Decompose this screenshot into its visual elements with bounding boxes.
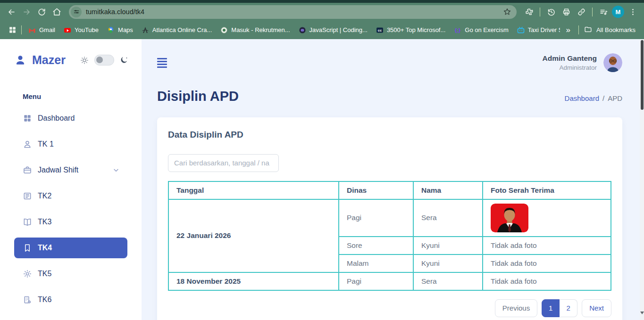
menu-kebab-icon[interactable] xyxy=(626,5,639,18)
sidebar-item-tk6[interactable]: TK6 xyxy=(14,289,127,310)
home-icon[interactable] xyxy=(50,5,63,18)
sidebar-item-label: TK5 xyxy=(38,270,51,278)
breadcrumb-dashboard-link[interactable]: Dashboard xyxy=(565,94,599,102)
link-icon[interactable] xyxy=(575,5,588,18)
bookmarks-list: GmailYouTubeMapsAtlantica Online Cra...M… xyxy=(24,25,560,36)
reload-icon[interactable] xyxy=(35,5,48,18)
page-scrollbar[interactable] xyxy=(640,39,644,320)
bookmark-label: Gmail xyxy=(39,26,55,33)
bookmarks-overflow-chevron[interactable]: » xyxy=(560,25,576,35)
sidebar-item-jadwal-shift[interactable]: Jadwal Shift xyxy=(14,160,127,181)
table-header-row: TanggalDinasNamaFoto Serah Terima xyxy=(168,181,611,199)
sidebar-item-label: Dashboard xyxy=(38,114,75,123)
chevron-down-icon xyxy=(112,166,120,174)
cell-nama: Kyuni xyxy=(413,254,483,272)
pagination-page-1[interactable]: 1 xyxy=(542,299,560,317)
theme-toggle[interactable] xyxy=(94,55,114,66)
sidebar-item-dashboard[interactable]: Dashboard xyxy=(14,108,127,129)
bookmarks-separator xyxy=(21,25,22,34)
sidebar-item-tk5[interactable]: TK5 xyxy=(14,263,127,284)
bookmark-item[interactable]: Maps xyxy=(103,25,137,36)
all-bookmarks-button[interactable]: All Bookmarks xyxy=(581,25,638,35)
toggle-knob xyxy=(96,57,103,63)
cell-nama: Kyuni xyxy=(413,237,483,254)
folder-icon xyxy=(584,25,592,35)
news-icon xyxy=(23,191,32,201)
back-icon[interactable] xyxy=(5,5,18,18)
bookmark-label: Go on Exercism xyxy=(465,26,508,33)
mazer-logo-icon xyxy=(14,54,26,66)
content-topbar: Admin Ganteng Administrator xyxy=(157,56,622,72)
briefcase-icon xyxy=(23,165,32,175)
cell-tanggal: 22 Januari 2026 xyxy=(168,199,339,272)
sidebar-item-label: Jadwal Shift xyxy=(38,166,78,174)
sidebar-header: Mazer xyxy=(0,53,142,67)
browser-toolbar: tumitkaka.cloud/tk4 M xyxy=(0,3,644,21)
print-icon[interactable] xyxy=(560,5,573,18)
sidebar-item-label: TK4 xyxy=(38,244,52,252)
scrollbar-down-arrow[interactable] xyxy=(640,312,644,316)
column-header-tanggal: Tanggal xyxy=(168,181,339,199)
cc-icon: cc xyxy=(376,26,384,34)
bookmarks-separator xyxy=(578,25,579,34)
browser-profile-avatar[interactable]: M xyxy=(612,6,624,18)
search-input[interactable] xyxy=(168,154,279,172)
bookmark-item[interactable]: Taxi Driver S3 ep 1 s... xyxy=(513,25,560,36)
sun-icon xyxy=(80,56,89,65)
sidebar-item-tk3[interactable]: TK3 xyxy=(14,212,127,232)
url-text[interactable]: tumitkaka.cloud/tk4 xyxy=(86,8,502,16)
bookmark-item[interactable]: JavaScript | Coding... xyxy=(294,25,372,36)
column-header-foto-serah-terima: Foto Serah Terima xyxy=(483,181,611,199)
cell-dinas: Sore xyxy=(339,237,413,254)
breadcrumb-current: APD xyxy=(608,94,622,102)
pagination-next-button[interactable]: Next xyxy=(582,299,611,317)
site-settings-icon[interactable] xyxy=(71,7,82,17)
pagination-page-2[interactable]: 2 xyxy=(560,299,577,317)
breadcrumb: Dashboard/APD xyxy=(565,94,622,104)
bookmark-item[interactable]: cc3500+ Top Microsof... xyxy=(372,25,450,36)
user-name: Admin Ganteng xyxy=(543,54,597,63)
sidebar-item-tk4[interactable]: TK4 xyxy=(14,238,127,258)
bookmark-item[interactable]: Masuk - Rekrutmen... xyxy=(216,25,294,36)
forward-icon[interactable] xyxy=(20,5,33,18)
url-bar[interactable]: tumitkaka.cloud/tk4 xyxy=(69,5,517,19)
all-bookmarks-label: All Bookmarks xyxy=(596,26,636,33)
cell-nama: Sera xyxy=(413,199,483,237)
masuk-icon xyxy=(220,26,228,34)
bookmark-item[interactable]: YouTube xyxy=(59,25,103,36)
sidebar: Mazer Menu DashboardTK 1Jadwal ShiftTK2T… xyxy=(0,39,142,320)
brand-name[interactable]: Mazer xyxy=(32,53,66,67)
bookmark-item[interactable]: Gmail xyxy=(24,25,59,36)
sidebar-toggle-burger-icon[interactable] xyxy=(157,58,167,68)
bookmark-star-icon[interactable] xyxy=(502,6,513,17)
sidebar-item-label: TK2 xyxy=(38,192,51,200)
user-avatar[interactable] xyxy=(603,53,622,72)
exercism-icon: {;} xyxy=(454,26,461,34)
bookmark-label: 3500+ Top Microsof... xyxy=(387,26,445,33)
cell-foto: Tidak ada foto xyxy=(483,272,611,290)
cell-foto: Tidak ada foto xyxy=(483,237,611,254)
book-icon xyxy=(23,217,32,227)
pagination-previous-button[interactable]: Previous xyxy=(495,299,537,317)
sidebar-item-tk-1[interactable]: TK 1 xyxy=(14,134,127,155)
tab-groups-grid-icon[interactable] xyxy=(6,24,19,37)
gmail-icon xyxy=(28,26,36,34)
history-icon[interactable] xyxy=(544,5,558,18)
playlist-icon[interactable] xyxy=(597,5,610,18)
main-content: Admin Ganteng Administrator Disiplin APD… xyxy=(142,39,644,320)
svg-text:{;}: {;} xyxy=(455,27,461,33)
bookmark-item[interactable]: {;}Go on Exercism xyxy=(450,25,512,36)
atlantica-icon xyxy=(142,26,149,34)
bookmark-label: Atlantica Online Cra... xyxy=(152,26,212,33)
card-title: Data Disiplin APD xyxy=(168,130,611,140)
sidebar-item-tk2[interactable]: TK2 xyxy=(14,186,127,206)
scrollbar-thumb[interactable] xyxy=(641,40,644,110)
page-header: Disiplin APD Dashboard/APD xyxy=(157,89,622,104)
data-card: Data Disiplin APD TanggalDinasNamaFoto S… xyxy=(157,117,622,320)
extensions-icon[interactable] xyxy=(522,5,535,18)
bookmark-item[interactable]: Atlantica Online Cra... xyxy=(137,25,216,36)
user-menu[interactable]: Admin Ganteng Administrator xyxy=(543,53,622,72)
cell-dinas: Malam xyxy=(339,254,413,272)
building-icon xyxy=(23,295,32,304)
user-role: Administrator xyxy=(543,64,597,71)
